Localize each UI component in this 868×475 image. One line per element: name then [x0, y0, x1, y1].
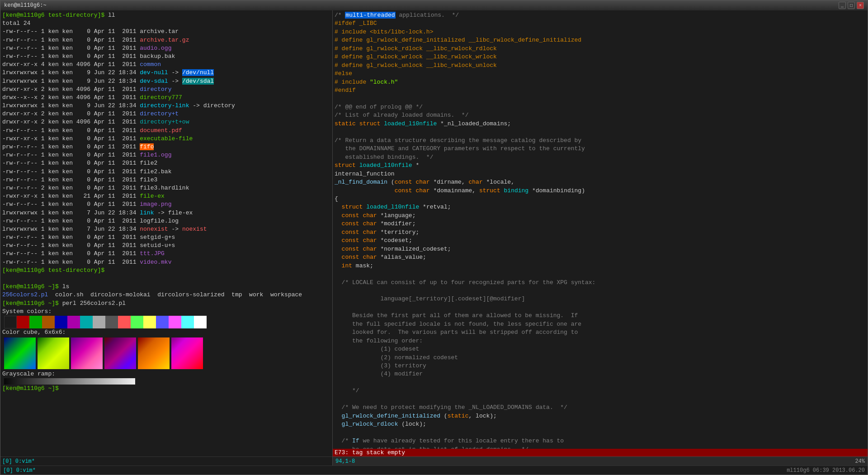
- vim-status-right: 24%: [855, 458, 865, 465]
- terminal-text3: Grayscale ramp:: [2, 370, 330, 378]
- terminal-text: [ken@ml110g6 test-directory]$ ll total 2…: [2, 11, 330, 316]
- vim-mode-indicator: [0] 0:vim*: [3, 467, 36, 474]
- terminal-output: [ken@ml110g6 test-directory]$ ll total 2…: [0, 10, 332, 456]
- window-title: ken@ml110g6:~: [4, 2, 47, 9]
- vim-tab: [0] 0:vim*: [2, 458, 35, 465]
- color-cube: [4, 337, 329, 369]
- titlebar: ken@ml110g6:~ _ □ ×: [0, 0, 868, 10]
- content-area: [ken@ml110g6 test-directory]$ ll total 2…: [0, 10, 868, 466]
- code-text: /* multi-threaded applications. */ #ifde…: [335, 11, 866, 449]
- vim-status-bar: 94,1-8 24%: [333, 456, 868, 466]
- grayscale-bar: [4, 378, 135, 385]
- error-message: E73: tag stack empty: [335, 449, 405, 456]
- left-status-bar: [0] 0:vim*: [0, 456, 332, 466]
- maximize-button[interactable]: □: [848, 2, 855, 9]
- minimize-button[interactable]: _: [839, 2, 846, 9]
- terminal-text4: [ken@ml110g6 ~]$: [2, 385, 330, 393]
- main-window: ken@ml110g6:~ _ □ × [ken@ml110g6 test-di…: [0, 0, 868, 475]
- status-hostname: ml110g6 06:39 2013.06.20: [787, 467, 865, 474]
- terminal-text2: Color cube, 6x6x6:: [2, 328, 330, 337]
- code-content: /* multi-threaded applications. */ #ifde…: [333, 10, 868, 449]
- close-button[interactable]: ×: [857, 2, 864, 9]
- window-controls: _ □ ×: [839, 2, 864, 9]
- right-code-pane[interactable]: /* multi-threaded applications. */ #ifde…: [333, 10, 868, 466]
- bottom-status-bar: [0] 0:vim* ml110g6 06:39 2013.06.20: [0, 466, 868, 475]
- left-terminal-pane[interactable]: [ken@ml110g6 test-directory]$ ll total 2…: [0, 10, 333, 466]
- vim-status-left: 94,1-8: [335, 458, 355, 465]
- vim-error-bar: E73: tag stack empty: [333, 449, 868, 456]
- system-colors-swatches: [4, 316, 330, 328]
